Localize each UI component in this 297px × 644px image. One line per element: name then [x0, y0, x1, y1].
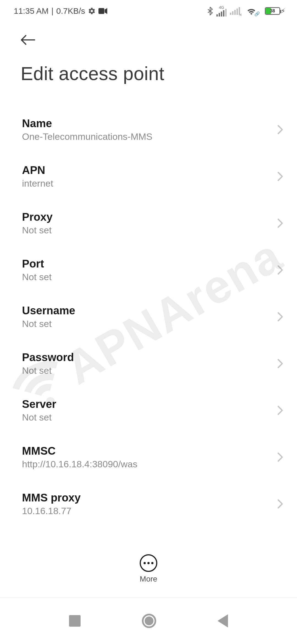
- page-title: Edit access point: [21, 63, 282, 84]
- chevron-right-icon: [277, 359, 283, 369]
- chevron-right-icon: [277, 499, 283, 509]
- row-value: Not set: [22, 272, 52, 282]
- nav-recent-button[interactable]: [69, 615, 81, 627]
- link-icon: 🔗: [254, 11, 260, 17]
- settings-list: Name One-Telecommunications-MMS APN inte…: [0, 106, 297, 527]
- row-value: 10.16.18.77: [22, 506, 81, 516]
- system-nav-bar: [0, 597, 297, 644]
- battery-percent: 38: [266, 9, 279, 13]
- dot-icon: [144, 562, 146, 564]
- chevron-right-icon: [277, 171, 283, 181]
- row-label: Proxy: [22, 211, 53, 223]
- status-time: 11:35 AM: [14, 6, 49, 16]
- row-label: Port: [22, 258, 52, 270]
- row-label: MMS proxy: [22, 492, 81, 504]
- dot-icon: [151, 562, 153, 564]
- no-sim-icon: ✕: [239, 13, 242, 17]
- row-label: APN: [22, 164, 53, 176]
- row-value: One-Telecommunications-MMS: [22, 131, 152, 142]
- chevron-right-icon: [277, 405, 283, 415]
- status-bar: 11:35 AM | 0.7KB/s 4G: [0, 0, 297, 22]
- more-button[interactable]: [140, 554, 157, 572]
- row-password[interactable]: Password Not set: [0, 340, 297, 387]
- signal-sim2: ✕: [230, 7, 243, 15]
- row-server[interactable]: Server Not set: [0, 387, 297, 434]
- row-port[interactable]: Port Not set: [0, 247, 297, 293]
- back-button[interactable]: [18, 30, 38, 50]
- dot-icon: [147, 562, 150, 564]
- row-name[interactable]: Name One-Telecommunications-MMS: [0, 106, 297, 153]
- chevron-right-icon: [277, 218, 283, 228]
- nav-back-button[interactable]: [218, 614, 228, 627]
- row-mmsc[interactable]: MMSC http://10.16.18.4:38090/was: [0, 434, 297, 481]
- nav-home-button[interactable]: [142, 614, 156, 628]
- row-value: Not set: [22, 365, 74, 376]
- row-value: Not set: [22, 318, 75, 329]
- app-header: Edit access point: [0, 22, 297, 87]
- row-username[interactable]: Username Not set: [0, 293, 297, 340]
- chevron-right-icon: [277, 125, 283, 135]
- row-value: Not set: [22, 225, 53, 236]
- row-value: Not set: [22, 412, 56, 423]
- signal-sim1: 4G: [216, 6, 227, 17]
- bluetooth-icon: [207, 7, 213, 15]
- row-proxy[interactable]: Proxy Not set: [0, 200, 297, 247]
- svg-rect-0: [98, 8, 104, 14]
- charging-icon: ⚡︎: [281, 7, 285, 15]
- status-left: 11:35 AM | 0.7KB/s: [14, 6, 107, 16]
- row-value: http://10.16.18.4:38090/was: [22, 459, 138, 470]
- signal-bars-icon: [230, 7, 240, 15]
- wifi-status: 🔗: [247, 7, 262, 15]
- video-camera-icon: [98, 8, 107, 14]
- chevron-right-icon: [277, 265, 283, 275]
- more-label: More: [140, 575, 157, 583]
- row-mms-proxy[interactable]: MMS proxy 10.16.18.77: [0, 481, 297, 527]
- gear-icon: [88, 7, 96, 15]
- chevron-right-icon: [277, 312, 283, 322]
- status-data-rate: 0.7KB/s: [56, 6, 85, 16]
- status-right: 4G ✕ 🔗: [207, 6, 285, 17]
- row-label: Password: [22, 351, 74, 364]
- battery-icon: 38: [265, 7, 280, 15]
- battery-status: 38 ⚡︎: [265, 7, 285, 15]
- chevron-right-icon: [277, 452, 283, 462]
- row-label: MMSC: [22, 445, 138, 457]
- row-label: Name: [22, 117, 152, 130]
- row-label: Server: [22, 398, 56, 410]
- status-sep: |: [51, 6, 54, 16]
- arrow-left-icon: [20, 34, 36, 46]
- signal-bars-icon: [216, 9, 227, 17]
- row-label: Username: [22, 304, 75, 317]
- row-apn[interactable]: APN internet: [0, 153, 297, 200]
- more-wrap: More: [0, 543, 297, 583]
- row-value: internet: [22, 178, 53, 189]
